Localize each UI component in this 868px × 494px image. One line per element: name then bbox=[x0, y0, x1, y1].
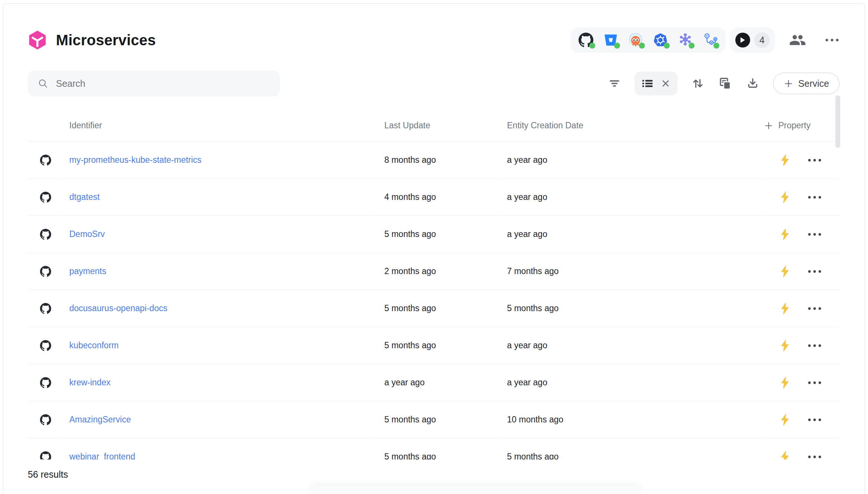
workflow-pipeline-icon[interactable] bbox=[703, 33, 718, 47]
plus-icon bbox=[764, 121, 773, 131]
creation-date-cell: 7 months ago bbox=[497, 253, 762, 290]
status-dot bbox=[589, 43, 595, 49]
last-update-cell: a year ago bbox=[372, 364, 496, 401]
table-row: webinar_frontend 5 months ago 5 months a… bbox=[28, 438, 839, 460]
table-row: DemoSrv 5 months ago a year ago bbox=[28, 216, 839, 253]
cube-logo-icon bbox=[28, 30, 47, 50]
status-dot bbox=[614, 43, 620, 49]
kebab-menu-icon[interactable] bbox=[808, 381, 822, 385]
table-header-row: Identifier Last Update Entity Creation D… bbox=[28, 110, 839, 142]
github-icon bbox=[40, 266, 51, 277]
kebab-menu-icon[interactable] bbox=[808, 344, 822, 348]
github-icon bbox=[40, 192, 51, 203]
github-icon bbox=[40, 303, 51, 314]
results-count: 56 results bbox=[28, 469, 839, 480]
creation-date-cell: a year ago bbox=[497, 179, 762, 216]
lightning-icon[interactable] bbox=[779, 339, 791, 352]
identifier-link[interactable]: krew-index bbox=[69, 378, 110, 388]
last-update-cell: 5 months ago bbox=[372, 401, 496, 438]
lightning-icon[interactable] bbox=[779, 302, 791, 315]
kebab-menu-icon[interactable] bbox=[808, 195, 822, 199]
identifier-link[interactable]: DemoSrv bbox=[69, 229, 105, 239]
table-row: my-prometheus-kube-state-metrics 8 month… bbox=[28, 142, 839, 179]
github-icon bbox=[40, 155, 51, 166]
close-icon[interactable] bbox=[660, 78, 671, 89]
table-row: kubeconform 5 months ago a year ago bbox=[28, 327, 839, 364]
search-box[interactable] bbox=[28, 70, 280, 96]
plus-icon bbox=[783, 79, 794, 89]
column-header-created: Entity Creation Date bbox=[497, 110, 762, 142]
people-icon[interactable] bbox=[789, 32, 806, 49]
column-header-last-update: Last Update bbox=[372, 110, 496, 142]
add-property-button[interactable]: Property bbox=[763, 110, 839, 142]
table-row: payments 2 months ago 7 months ago bbox=[28, 253, 839, 290]
table-row: docusaurus-openapi-docs 5 months ago 5 m… bbox=[28, 290, 839, 327]
github-icon bbox=[40, 340, 51, 351]
runs-button[interactable]: 4 bbox=[730, 27, 775, 53]
github-icon[interactable] bbox=[579, 33, 593, 47]
add-service-button[interactable]: Service bbox=[773, 73, 839, 94]
bottom-sheet-edge bbox=[311, 486, 640, 494]
last-update-cell: 4 months ago bbox=[372, 179, 496, 216]
kebab-menu-icon[interactable] bbox=[808, 455, 822, 459]
list-view-icon[interactable] bbox=[641, 77, 654, 90]
creation-date-cell: 10 months ago bbox=[497, 401, 762, 438]
copy-layers-icon[interactable] bbox=[718, 76, 732, 90]
table-row: AmazingService 5 months ago 10 months ag… bbox=[28, 401, 839, 438]
lightning-icon[interactable] bbox=[779, 228, 791, 241]
lightning-icon[interactable] bbox=[779, 154, 791, 167]
argocd-icon[interactable] bbox=[628, 33, 643, 47]
cluster-molecule-icon[interactable] bbox=[678, 33, 693, 47]
identifier-link[interactable]: my-prometheus-kube-state-metrics bbox=[69, 155, 202, 165]
kebab-menu-icon[interactable] bbox=[808, 307, 822, 310]
last-update-cell: 5 months ago bbox=[372, 438, 496, 460]
last-update-cell: 5 months ago bbox=[372, 290, 496, 327]
last-update-cell: 5 months ago bbox=[372, 216, 496, 253]
integrations-pill bbox=[570, 27, 726, 53]
entities-table: Identifier Last Update Entity Creation D… bbox=[28, 110, 839, 460]
bitbucket-icon[interactable] bbox=[603, 33, 618, 47]
identifier-link[interactable]: webinar_frontend bbox=[69, 452, 135, 460]
creation-date-cell: a year ago bbox=[497, 327, 762, 364]
github-icon bbox=[40, 377, 51, 388]
ellipsis-icon[interactable] bbox=[825, 38, 839, 42]
creation-date-cell: 5 months ago bbox=[497, 438, 762, 460]
table-row: krew-index a year ago a year ago bbox=[28, 364, 839, 401]
download-icon[interactable] bbox=[746, 77, 759, 90]
search-input[interactable] bbox=[56, 78, 270, 89]
status-dot bbox=[639, 43, 645, 49]
identifier-link[interactable]: docusaurus-openapi-docs bbox=[69, 303, 168, 313]
identifier-link[interactable]: AmazingService bbox=[69, 415, 131, 425]
status-dot bbox=[713, 43, 719, 49]
catalog-page: Microservices bbox=[0, 27, 868, 494]
creation-date-cell: a year ago bbox=[497, 142, 762, 179]
lightning-icon[interactable] bbox=[779, 265, 791, 278]
controls-row: Service bbox=[28, 70, 839, 96]
kebab-menu-icon[interactable] bbox=[808, 233, 822, 236]
last-update-cell: 5 months ago bbox=[372, 327, 496, 364]
sort-arrows-icon[interactable] bbox=[691, 77, 705, 90]
identifier-link[interactable]: kubeconform bbox=[69, 340, 119, 350]
identifier-link[interactable]: payments bbox=[69, 266, 106, 276]
search-icon bbox=[37, 78, 49, 89]
github-icon bbox=[40, 414, 51, 425]
github-icon bbox=[40, 451, 51, 460]
creation-date-cell: a year ago bbox=[497, 216, 762, 253]
lightning-icon[interactable] bbox=[779, 414, 791, 426]
lightning-icon[interactable] bbox=[779, 451, 791, 460]
kebab-menu-icon[interactable] bbox=[808, 418, 822, 422]
play-icon bbox=[735, 33, 750, 47]
lightning-icon[interactable] bbox=[779, 376, 791, 389]
kebab-menu-icon[interactable] bbox=[808, 270, 822, 273]
header-icon-col bbox=[28, 110, 58, 142]
view-toggle-group bbox=[635, 72, 677, 95]
kubernetes-icon[interactable] bbox=[653, 33, 668, 47]
service-button-label: Service bbox=[798, 78, 829, 89]
table-row: dtgatest 4 months ago a year ago bbox=[28, 179, 839, 216]
status-dot bbox=[689, 43, 695, 49]
identifier-link[interactable]: dtgatest bbox=[69, 192, 100, 202]
filter-icon[interactable] bbox=[608, 77, 621, 90]
vertical-scrollbar[interactable] bbox=[835, 95, 840, 148]
lightning-icon[interactable] bbox=[779, 191, 791, 204]
kebab-menu-icon[interactable] bbox=[808, 158, 822, 162]
